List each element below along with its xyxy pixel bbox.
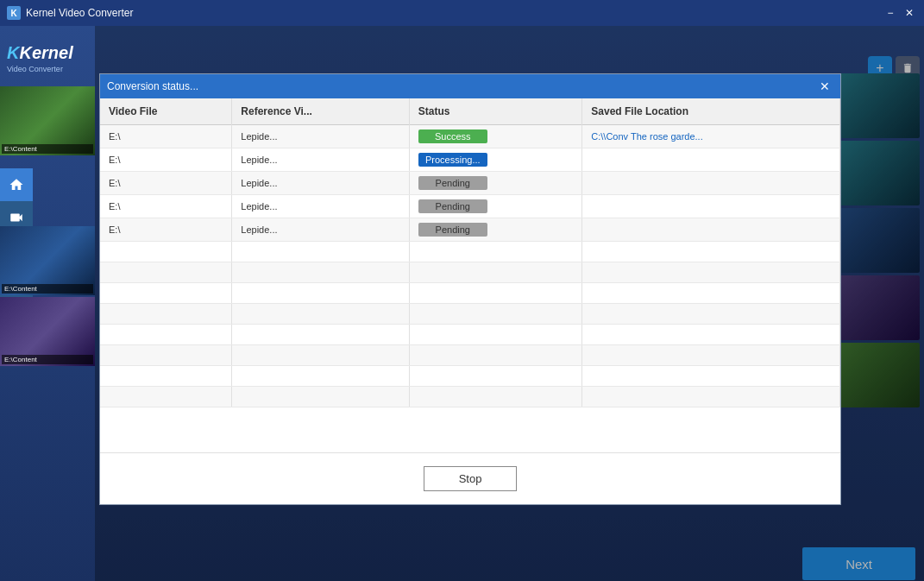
- sidebar-thumbnail-2: E:\Content: [0, 226, 95, 295]
- dialog-overlay: Conversion status... ✕ Video File Refere…: [95, 26, 924, 581]
- status-badge: Processing...: [418, 153, 487, 167]
- table-row-empty: [100, 262, 840, 283]
- table-row-empty: [100, 283, 840, 304]
- cell-video-file: E:\: [100, 125, 232, 148]
- cell-saved-location: [582, 218, 840, 242]
- thumb-label-2: E:\Content: [2, 284, 93, 294]
- sidebar-thumbnail-3: E:\Content: [0, 297, 95, 366]
- title-bar-controls: − ✕: [883, 5, 917, 21]
- cell-reference-vi: Lepide...: [232, 218, 409, 242]
- cell-video-file: E:\: [100, 195, 232, 218]
- table-row: E:\Lepide...Pending: [100, 195, 840, 218]
- cell-reference-vi: Lepide...: [232, 125, 409, 148]
- cell-status: Success: [409, 125, 582, 148]
- cell-saved-location: [582, 172, 840, 195]
- close-button[interactable]: ✕: [902, 5, 917, 21]
- status-badge: Pending: [418, 199, 487, 213]
- conversion-status-dialog: Conversion status... ✕ Video File Refere…: [99, 73, 841, 505]
- cell-reference-vi: Lepide...: [232, 195, 409, 218]
- app-icon: K: [7, 6, 21, 20]
- cell-video-file: E:\: [100, 172, 232, 195]
- cell-status: Pending: [409, 218, 582, 242]
- minimize-button[interactable]: −: [883, 5, 898, 21]
- col-saved-location: Saved File Location: [582, 98, 840, 125]
- cell-status: Processing...: [409, 148, 582, 172]
- cell-status: Pending: [409, 172, 582, 195]
- cell-saved-location: [582, 195, 840, 218]
- table-row-empty: [100, 366, 840, 387]
- home-icon: [9, 177, 24, 193]
- cell-video-file: E:\: [100, 218, 232, 242]
- app-area: +: [95, 26, 924, 581]
- dialog-title-bar: Conversion status... ✕: [100, 74, 840, 98]
- thumb-label-1: E:\Content: [2, 144, 93, 154]
- table-row: E:\Lepide...Pending: [100, 218, 840, 242]
- stop-button[interactable]: Stop: [424, 466, 518, 491]
- thumb-label-3: E:\Content: [2, 355, 93, 364]
- title-bar-text: Kernel Video Converter: [26, 7, 877, 19]
- dialog-title: Conversion status...: [107, 80, 198, 92]
- table-row-empty: [100, 387, 840, 407]
- status-badge: Success: [418, 129, 487, 143]
- status-badge: Pending: [418, 223, 487, 237]
- cell-status: Pending: [409, 195, 582, 218]
- video-icon: [9, 210, 24, 225]
- main-content: KKernel Video Converter E:\Content: [0, 26, 924, 581]
- status-table: Video File Reference Vi... Status Saved …: [100, 98, 840, 407]
- table-row-empty: [100, 325, 840, 345]
- cell-video-file: E:\: [100, 148, 232, 172]
- app-logo: KKernel Video Converter: [0, 35, 95, 86]
- sidebar: KKernel Video Converter E:\Content: [0, 26, 95, 581]
- dialog-bottom: Stop: [100, 452, 840, 504]
- cell-reference-vi: Lepide...: [232, 172, 409, 195]
- table-header-row: Video File Reference Vi... Status Saved …: [100, 98, 840, 125]
- table-row-empty: [100, 345, 840, 366]
- cell-reference-vi: Lepide...: [232, 148, 409, 172]
- saved-location-link[interactable]: C:\\Conv The rose garde...: [591, 131, 702, 142]
- table-row-empty: [100, 242, 840, 262]
- sidebar-item-home[interactable]: [0, 168, 33, 201]
- col-video-file: Video File: [100, 98, 232, 125]
- title-bar: K Kernel Video Converter − ✕: [0, 0, 924, 26]
- status-badge: Pending: [418, 176, 487, 190]
- table-container: Video File Reference Vi... Status Saved …: [100, 98, 840, 452]
- cell-saved-location: [582, 148, 840, 172]
- table-row-empty: [100, 304, 840, 325]
- table-row: E:\Lepide...Processing...: [100, 148, 840, 172]
- status-table-body: E:\Lepide...SuccessC:\\Conv The rose gar…: [100, 125, 840, 407]
- logo-text: KKernel: [7, 43, 88, 63]
- table-row: E:\Lepide...SuccessC:\\Conv The rose gar…: [100, 125, 840, 148]
- logo-subtitle: Video Converter: [7, 65, 88, 73]
- sidebar-thumbnail-1: E:\Content: [0, 86, 95, 155]
- table-row: E:\Lepide...Pending: [100, 172, 840, 195]
- col-reference-vi: Reference Vi...: [232, 98, 409, 125]
- cell-saved-location: C:\\Conv The rose garde...: [582, 125, 840, 148]
- dialog-close-button[interactable]: ✕: [816, 78, 833, 95]
- col-status: Status: [409, 98, 582, 125]
